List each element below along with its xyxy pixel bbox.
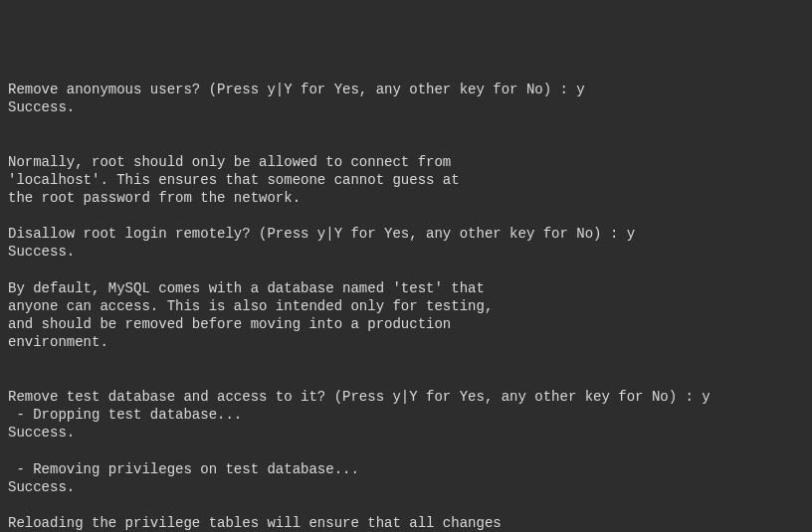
terminal-line: the root password from the network. xyxy=(8,189,804,207)
terminal-line xyxy=(8,134,804,152)
terminal-line: Success. xyxy=(8,98,804,116)
terminal-line: anyone can access. This is also intended… xyxy=(8,297,804,315)
terminal-line xyxy=(8,443,804,460)
terminal-line: Remove anonymous users? (Press y|Y for Y… xyxy=(8,81,804,98)
terminal-line xyxy=(8,207,804,225)
terminal-line xyxy=(8,116,804,134)
terminal-line: Normally, root should only be allowed to… xyxy=(8,153,804,171)
terminal-line: - Removing privileges on test database..… xyxy=(8,460,804,478)
terminal-line: Disallow root login remotely? (Press y|Y… xyxy=(8,225,804,243)
terminal-line: environment. xyxy=(8,333,804,351)
terminal-line xyxy=(8,370,804,388)
terminal-line xyxy=(8,352,804,370)
terminal-line: By default, MySQL comes with a database … xyxy=(8,279,804,297)
terminal-output[interactable]: Remove anonymous users? (Press y|Y for Y… xyxy=(8,81,804,532)
terminal-line: Remove test database and access to it? (… xyxy=(8,388,804,406)
terminal-line: Success. xyxy=(8,478,804,496)
terminal-line xyxy=(8,496,804,514)
terminal-line xyxy=(8,262,804,279)
terminal-line: 'localhost'. This ensures that someone c… xyxy=(8,171,804,189)
terminal-line: Reloading the privilege tables will ensu… xyxy=(8,514,804,532)
terminal-line: Success. xyxy=(8,243,804,261)
terminal-line: Success. xyxy=(8,424,804,442)
terminal-line: - Dropping test database... xyxy=(8,406,804,424)
terminal-line: and should be removed before moving into… xyxy=(8,315,804,333)
